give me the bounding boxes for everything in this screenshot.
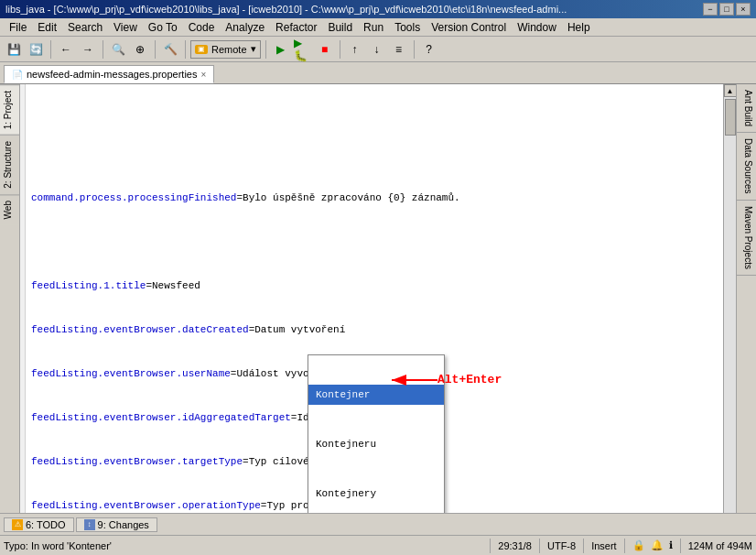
changes-icon: ↕ xyxy=(84,519,95,530)
todo-icon: ⚠ xyxy=(12,519,23,530)
code-line-4: feedListing.1.title=Newsfeed xyxy=(31,278,718,293)
menu-window[interactable]: Window xyxy=(512,20,562,35)
toolbar-sep-6 xyxy=(340,40,340,59)
remote-label: Remote xyxy=(211,44,247,55)
alt-enter-label: Alt+Enter xyxy=(437,373,502,387)
tab-label: newsfeed-admin-messages.properties xyxy=(27,69,197,80)
right-panel: Ant Build Data Sources Maven Projects xyxy=(736,84,756,513)
todo-label: 6: TODO xyxy=(26,519,66,530)
toolbar-sep-2 xyxy=(103,40,103,59)
toolbar-btn-back[interactable]: ← xyxy=(56,39,76,60)
remote-dropdown[interactable]: ▣ Remote ▾ xyxy=(190,40,261,59)
menu-view[interactable]: View xyxy=(108,20,143,35)
sidebar-item-structure[interactable]: 2: Structure xyxy=(0,135,19,194)
scroll-thumb[interactable] xyxy=(725,99,736,136)
close-btn[interactable]: × xyxy=(736,3,751,16)
menu-edit[interactable]: Edit xyxy=(32,20,62,35)
menu-vcs[interactable]: Version Control xyxy=(426,20,512,35)
menu-file[interactable]: File xyxy=(4,20,32,35)
toolbar-btn-1[interactable]: 💾 xyxy=(4,39,24,60)
toolbar-sep-5 xyxy=(265,40,266,59)
status-notify-icon: 🔔 xyxy=(651,539,664,551)
window-controls: − □ × xyxy=(703,3,751,16)
sep1 xyxy=(490,539,491,553)
tab-properties[interactable]: 📄 newsfeed-admin-messages.properties × xyxy=(4,65,214,83)
status-right: 29:31/8 UTF-8 Insert 🔒 🔔 ℹ 124M of 494M xyxy=(488,539,752,553)
autocomplete-item-2[interactable]: Kontejnery xyxy=(308,484,444,504)
sep4 xyxy=(624,539,625,553)
right-panel-ant[interactable]: Ant Build xyxy=(737,84,756,133)
toolbar-btn-stop[interactable]: ■ xyxy=(315,39,335,60)
toolbar-sep-7 xyxy=(414,40,415,59)
menu-goto[interactable]: Go To xyxy=(143,20,183,35)
code-line-2: command.process.processingFinished=Bylo … xyxy=(31,190,718,205)
right-panel-maven[interactable]: Maven Projects xyxy=(737,201,756,276)
sep3 xyxy=(583,539,584,553)
arrow-annotation: Alt+Enter xyxy=(383,366,502,394)
toolbar-btn-build[interactable]: 🔨 xyxy=(160,39,180,60)
toolbar-btn-sync[interactable]: 🔄 xyxy=(26,39,46,60)
changes-label: 9: Changes xyxy=(98,519,149,530)
title-bar: libs_java - [C:\www\p_prj\p_vdf\icweb201… xyxy=(0,0,756,18)
toolbar-sep-1 xyxy=(50,40,51,59)
status-insert: Insert xyxy=(591,540,617,551)
toolbar-btn-vcs[interactable]: ≡ xyxy=(389,39,409,60)
sep5 xyxy=(680,539,681,553)
status-bar: Typo: In word 'Kontener' 29:31/8 UTF-8 I… xyxy=(0,535,756,555)
menu-code[interactable]: Code xyxy=(183,20,221,35)
menu-refactor[interactable]: Refactor xyxy=(270,20,322,35)
menu-search[interactable]: Search xyxy=(62,20,108,35)
toolbar-btn-git[interactable]: ↑ xyxy=(345,39,365,60)
sidebar-item-project[interactable]: 1: Project xyxy=(0,84,19,135)
status-position: 29:31/8 xyxy=(498,540,532,551)
toolbar-btn-magnify[interactable]: ⊕ xyxy=(130,39,150,60)
autocomplete-item-1[interactable]: Kontejneru xyxy=(308,434,444,454)
main-area: 1: Project 2: Structure Web command.proc… xyxy=(0,84,756,513)
menu-help[interactable]: Help xyxy=(562,20,596,35)
toolbar-btn-forward[interactable]: → xyxy=(78,39,98,60)
bottom-tabs-bar: ⚠ 6: TODO ↕ 9: Changes xyxy=(0,513,756,535)
editor-area[interactable]: command.process.processingFinished=Bylo … xyxy=(20,84,736,513)
toolbar-btn-run[interactable]: ▶ xyxy=(271,39,291,60)
tab-file-icon: 📄 xyxy=(12,70,23,80)
sep2 xyxy=(539,539,540,553)
left-panel: 1: Project 2: Structure Web xyxy=(0,84,20,513)
scrollbar-vertical[interactable]: ▲ xyxy=(723,84,736,513)
menu-build[interactable]: Build xyxy=(322,20,358,35)
remote-arrow: ▾ xyxy=(251,43,256,55)
status-encoding: UTF-8 xyxy=(547,540,576,551)
tab-todo[interactable]: ⚠ 6: TODO xyxy=(4,517,74,532)
toolbar-btn-help[interactable]: ? xyxy=(419,39,439,60)
status-lock-icon: 🔒 xyxy=(632,539,645,551)
code-editor[interactable]: command.process.processingFinished=Bylo … xyxy=(26,84,723,513)
status-info-icon: ℹ xyxy=(669,539,673,551)
sidebar-item-web[interactable]: Web xyxy=(0,194,19,224)
menu-run[interactable]: Run xyxy=(358,20,389,35)
code-line-5: feedListing.eventBrowser.dateCreated=Dat… xyxy=(31,322,718,337)
menu-analyze[interactable]: Analyze xyxy=(220,20,270,35)
toolbar-btn-git2[interactable]: ↓ xyxy=(367,39,387,60)
code-line-1 xyxy=(31,147,718,161)
tab-changes[interactable]: ↕ 9: Changes xyxy=(76,517,157,532)
toolbar-sep-4 xyxy=(185,40,186,59)
menu-tools[interactable]: Tools xyxy=(389,20,426,35)
title-text: libs_java - [C:\www\p_prj\p_vdf\icweb201… xyxy=(5,4,567,15)
toolbar-btn-debug[interactable]: ▶🐛 xyxy=(293,39,313,60)
status-memory: 124M of 494M xyxy=(688,540,752,551)
typo-message: Typo: In word 'Kontener' xyxy=(4,540,112,551)
menu-bar: File Edit Search View Go To Code Analyze… xyxy=(0,18,756,37)
toolbar-sep-3 xyxy=(155,40,156,59)
tab-bar: 📄 newsfeed-admin-messages.properties × xyxy=(0,62,756,84)
maximize-btn[interactable]: □ xyxy=(719,3,734,16)
tab-close-btn[interactable]: × xyxy=(200,70,206,80)
code-line-3 xyxy=(31,234,718,249)
remote-icon: ▣ xyxy=(195,45,208,54)
minimize-btn[interactable]: − xyxy=(703,3,718,16)
toolbar-btn-search[interactable]: 🔍 xyxy=(108,39,128,60)
toolbar: 💾 🔄 ← → 🔍 ⊕ 🔨 ▣ Remote ▾ ▶ ▶🐛 ■ ↑ ↓ ≡ ? xyxy=(0,37,756,62)
right-panel-datasources[interactable]: Data Sources xyxy=(737,133,756,201)
scroll-up-btn[interactable]: ▲ xyxy=(724,84,737,97)
